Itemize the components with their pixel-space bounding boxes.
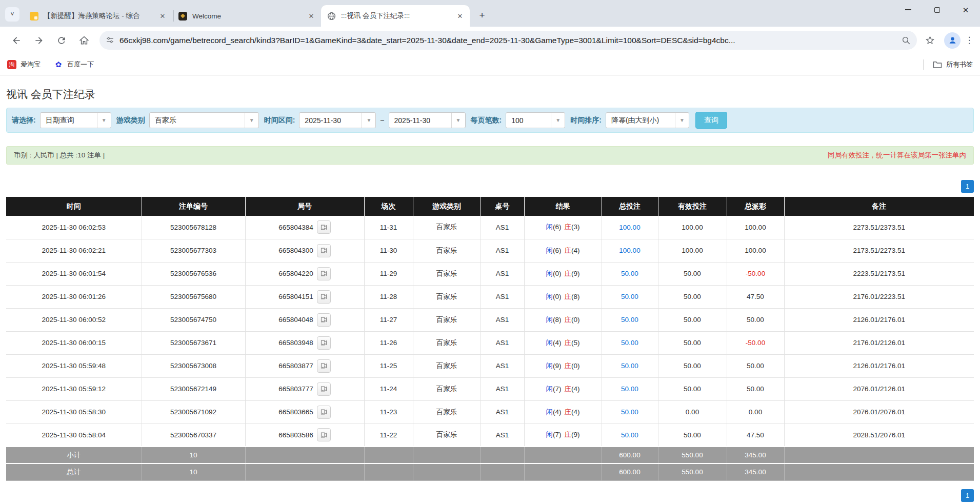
cell-game-type: 百家乐 [413, 262, 481, 285]
search-button[interactable]: 查询 [695, 112, 727, 129]
cell-time: 2025-11-30 06:00:15 [6, 331, 142, 354]
url-text[interactable]: 66cxkj98.com/game/betrecord_search/kind3… [119, 36, 894, 45]
bookmark-baidu[interactable]: ✿ 百度一下 [54, 60, 94, 69]
cell-note: 2173.51/2273.51 [784, 239, 974, 262]
profile-avatar[interactable] [944, 32, 961, 49]
minimize-button[interactable] [894, 0, 923, 19]
cell-total-bet-link[interactable]: 100.00 [602, 239, 658, 262]
cell-round: 665803948 [245, 331, 364, 354]
cell-session: 11-30 [364, 239, 413, 262]
tab-close-icon[interactable]: ✕ [307, 11, 316, 21]
tab-close-icon[interactable]: ✕ [158, 11, 167, 21]
banker-label: 庄 [565, 431, 572, 438]
cell-table-no: AS1 [481, 354, 524, 377]
zoom-icon[interactable] [902, 36, 911, 45]
cell-total-bet-link[interactable]: 50.00 [602, 285, 658, 308]
cell-bet-id: 523005672149 [142, 377, 245, 400]
bookmarks-divider [923, 59, 924, 70]
video-replay-button[interactable] [317, 267, 331, 280]
video-replay-button[interactable] [317, 290, 331, 304]
player-label: 闲 [546, 223, 553, 231]
cell-payout: 100.00 [727, 239, 784, 262]
banker-score: (9) [571, 270, 580, 277]
col-round: 局号 [245, 197, 364, 216]
cell-game-type: 百家乐 [413, 308, 481, 331]
cell-note: 2223.51/2173.51 [784, 262, 974, 285]
date-start-value: 2025-11-30 [299, 116, 362, 125]
pagination-bottom: 1 [6, 489, 974, 502]
bookmark-taobao[interactable]: 淘 爱淘宝 [7, 60, 41, 69]
cell-total-bet-link[interactable]: 100.00 [602, 216, 658, 239]
page-1-button[interactable]: 1 [961, 489, 974, 502]
cell-result: 闲(9)庄(0) [524, 354, 602, 377]
cell-session: 11-24 [364, 377, 413, 400]
table-row: 2025-11-30 06:00:15 523005673671 6658039… [6, 331, 974, 354]
cell-total-bet-link[interactable]: 50.00 [602, 262, 658, 285]
video-replay-button[interactable] [317, 428, 331, 441]
video-replay-button[interactable] [317, 220, 331, 234]
video-replay-button[interactable] [317, 382, 331, 396]
game-type-select[interactable]: 百家乐 ▼ [149, 112, 259, 128]
close-button[interactable]: ✕ [951, 0, 980, 19]
table-row: 2025-11-30 05:58:30 523005671092 6658036… [6, 400, 974, 424]
sort-select[interactable]: 降幂(由大到小) ▼ [606, 112, 689, 128]
cell-total-bet-link[interactable]: 50.00 [602, 331, 658, 354]
page-size-label: 每页笔数: [471, 116, 502, 125]
banker-score: (0) [571, 362, 580, 370]
cell-total-bet-link[interactable]: 50.00 [602, 377, 658, 400]
all-bookmarks[interactable]: 所有书签 [923, 59, 973, 70]
page-title: 视讯 会员下注纪录 [0, 76, 980, 108]
video-replay-button[interactable] [317, 359, 331, 373]
tab-bet-records[interactable]: :::视讯 会员下注纪录::: ✕ [321, 5, 470, 27]
page-size-select[interactable]: 100 ▼ [506, 112, 565, 128]
video-replay-button[interactable] [317, 336, 331, 350]
player-label: 闲 [546, 247, 553, 254]
cell-note: 2273.51/2373.51 [784, 216, 974, 239]
baidu-icon: ✿ [54, 60, 63, 69]
reload-button[interactable] [53, 32, 70, 49]
forward-button[interactable] [30, 32, 48, 49]
cell-table-no: AS1 [481, 377, 524, 400]
cell-result: 闲(4)庄(4) [524, 400, 602, 424]
page-1-button[interactable]: 1 [961, 180, 974, 193]
player-score: (8) [553, 316, 562, 324]
video-replay-button[interactable] [317, 244, 331, 257]
date-end-select[interactable]: 2025-11-30 ▼ [389, 112, 466, 128]
home-button[interactable] [75, 32, 93, 49]
chevron-down-icon: ▼ [675, 113, 689, 128]
cell-table-no: AS1 [481, 239, 524, 262]
cell-session: 11-25 [364, 354, 413, 377]
player-score: (4) [553, 408, 562, 416]
back-button[interactable] [8, 32, 25, 49]
player-label: 闲 [546, 408, 553, 416]
tab-list-chevron-icon[interactable]: ˅ [5, 7, 19, 22]
cell-total-bet-link[interactable]: 50.00 [602, 354, 658, 377]
cell-bet-id: 523005676536 [142, 262, 245, 285]
url-bar[interactable]: 66cxkj98.com/game/betrecord_search/kind3… [99, 31, 917, 50]
cell-total-bet-link[interactable]: 50.00 [602, 308, 658, 331]
bookmark-star-icon[interactable] [921, 32, 938, 49]
tab-close-icon[interactable]: ✕ [455, 11, 465, 21]
banker-score: (8) [571, 293, 580, 300]
cell-label: 总计 [6, 463, 142, 480]
cell-total-bet-link[interactable]: 50.00 [602, 424, 658, 447]
cell-result: 闲(8)庄(0) [524, 308, 602, 331]
new-tab-button[interactable]: + [475, 8, 489, 23]
date-start-select[interactable]: 2025-11-30 ▼ [299, 112, 376, 128]
filter-bar: 请选择: 日期查询 ▼ 游戏类别 百家乐 ▼ 时间区间: 2025-11-30 … [6, 108, 974, 133]
video-replay-button[interactable] [317, 313, 331, 327]
cell-table-no: AS1 [481, 308, 524, 331]
tab-welcome[interactable]: Welcome ✕ [172, 5, 321, 27]
cell-valid-bet: 100.00 [658, 239, 727, 262]
site-settings-icon[interactable] [106, 36, 114, 45]
cell-total-bet-link[interactable]: 50.00 [602, 400, 658, 424]
browser-menu-icon[interactable]: ⋮ [964, 32, 975, 49]
video-replay-button[interactable] [317, 406, 331, 419]
game-type-label: 游戏类别 [116, 116, 145, 125]
banker-label: 庄 [565, 362, 572, 370]
cell-time: 2025-11-30 05:58:04 [6, 424, 142, 447]
cell-bet-id: 523005670337 [142, 424, 245, 447]
tab-forum[interactable]: 【新提醒】海燕策略论坛 - 综合 ✕ [24, 5, 172, 27]
maximize-button[interactable] [923, 0, 951, 19]
query-type-select[interactable]: 日期查询 ▼ [40, 112, 111, 128]
